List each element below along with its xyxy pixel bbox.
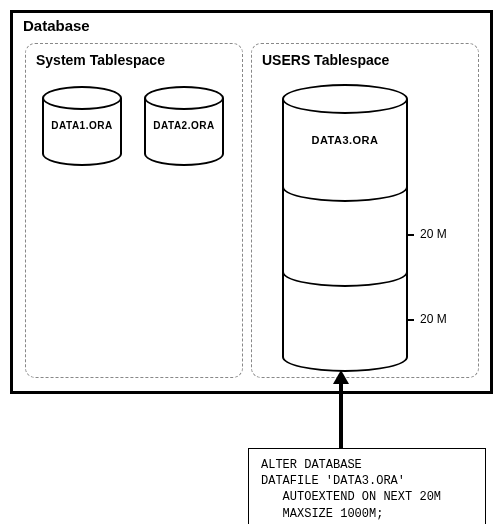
- database-frame: Database System Tablespace DATA1.ORA DAT…: [10, 10, 493, 394]
- system-tablespace-title: System Tablespace: [36, 52, 242, 68]
- sql-line: ALTER DATABASE: [261, 458, 362, 472]
- datafile-cylinder: DATA2.ORA: [144, 86, 224, 156]
- users-tablespace: USERS Tablespace DATA3.ORA 20 M 20 M: [251, 43, 479, 378]
- arrow-shaft: [339, 382, 343, 450]
- sql-line: MAXSIZE 1000M;: [261, 507, 383, 521]
- datafile-label: DATA1.ORA: [42, 120, 122, 131]
- system-tablespace: System Tablespace DATA1.ORA DATA2.ORA: [25, 43, 243, 378]
- sql-line: DATAFILE 'DATA3.ORA': [261, 474, 405, 488]
- segment-size-label: 20 M: [420, 227, 447, 241]
- datafile-cylinder-large: DATA3.ORA: [282, 84, 408, 364]
- segment-size-label: 20 M: [420, 312, 447, 326]
- datafile-label: DATA3.ORA: [282, 134, 408, 146]
- database-title: Database: [23, 17, 90, 34]
- datafile-cylinder: DATA1.ORA: [42, 86, 122, 156]
- sql-line: AUTOEXTEND ON NEXT 20M: [261, 490, 441, 504]
- users-tablespace-title: USERS Tablespace: [262, 52, 478, 68]
- datafile-label: DATA2.ORA: [144, 120, 224, 131]
- sql-statement-box: ALTER DATABASE DATAFILE 'DATA3.ORA' AUTO…: [248, 448, 486, 524]
